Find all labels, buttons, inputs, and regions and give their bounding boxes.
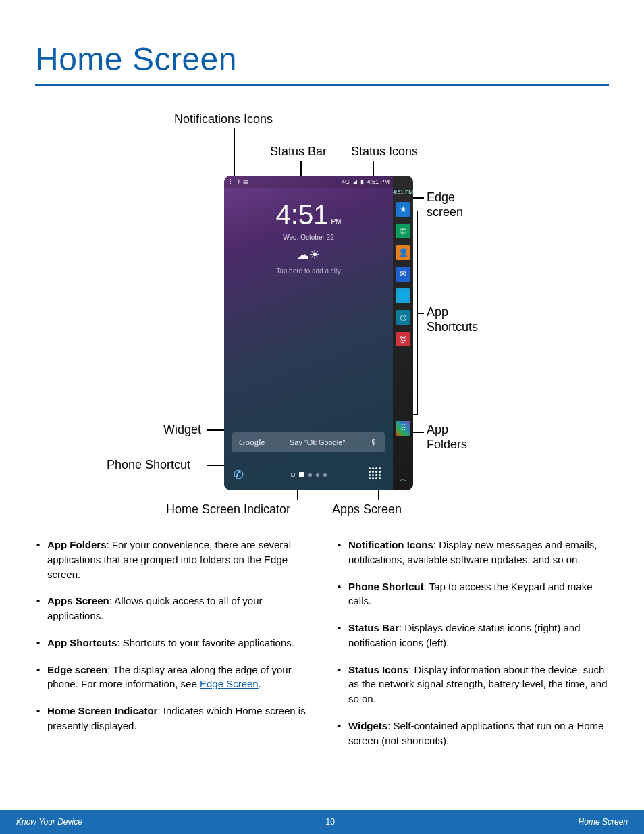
- description-item: Status Bar: Displays device status icons…: [336, 621, 610, 650]
- description-item: Widgets: Self-contained applications tha…: [336, 719, 610, 748]
- signal-icon: ◢: [352, 178, 357, 185]
- callout-apps-screen: Apps Screen: [332, 502, 402, 517]
- callout-status-icons: Status Icons: [351, 145, 418, 159]
- microphone-icon[interactable]: [370, 438, 378, 447]
- description-term: App Folders: [47, 539, 107, 550]
- right-column: Notification Icons: Display new messages…: [336, 538, 610, 760]
- description-term: Status Icons: [348, 664, 408, 675]
- description-term: Phone Shortcut: [348, 581, 424, 592]
- description-item: Status Icons: Display information about …: [336, 662, 610, 706]
- description-item: Apps Screen: Allows quick access to all …: [35, 594, 309, 623]
- wifi-icon: ⋮: [227, 178, 234, 185]
- left-column: App Folders: For your convenience, there…: [35, 538, 309, 760]
- edge-screen[interactable]: 4:51 PM ★✆👤✉🌐◎@ ⠿ ︿: [393, 176, 413, 490]
- home-screen-indicator: [291, 472, 327, 477]
- callout-home-screen-indicator: Home Screen Indicator: [166, 502, 290, 517]
- edge-app-shortcut[interactable]: ✆: [396, 224, 410, 238]
- weather-icon: ☁︎☀︎: [224, 247, 393, 262]
- apps-screen-icon[interactable]: [369, 467, 383, 482]
- indicator-dot: [291, 473, 295, 477]
- edge-app-shortcut[interactable]: ★: [396, 202, 410, 217]
- footer-left: Know Your Device: [16, 817, 82, 827]
- title-rule: [35, 84, 609, 86]
- clock-widget-time: 4:51PM: [224, 201, 393, 228]
- edge-app-folder[interactable]: ⠿: [396, 421, 410, 436]
- edge-app-shortcut[interactable]: ✉: [396, 267, 410, 282]
- indicator-dot: [323, 473, 327, 477]
- weather-hint[interactable]: Tap here to add a city: [224, 267, 393, 275]
- description-item: Edge screen: The display area along the …: [35, 662, 309, 692]
- page-title: Home Screen: [35, 41, 237, 78]
- google-hint: Say "Ok Google": [290, 438, 345, 446]
- description-item: App Shortcuts: Shortcuts to your favorit…: [35, 635, 309, 650]
- leader-app-shortcuts: [417, 313, 424, 314]
- phone-mockup: ⋮ ᚼ ▤ 4G ◢ ▮ 4:51 PM 4:51PM Wed, October…: [224, 176, 413, 490]
- edge-app-shortcut[interactable]: 👤: [396, 245, 410, 260]
- leader-status-icons: [373, 161, 374, 176]
- edge-app-shortcut[interactable]: @: [396, 332, 410, 346]
- edge-time: 4:51 PM: [393, 189, 413, 195]
- edge-screen-link[interactable]: Edge Screen: [200, 678, 259, 689]
- network-icon: 4G: [342, 178, 350, 185]
- page-footer: Know Your Device 10 Home Screen: [0, 810, 644, 834]
- footer-right: Home Screen: [579, 817, 628, 827]
- description-term: App Shortcuts: [47, 637, 117, 648]
- phone-main-screen: ⋮ ᚼ ▤ 4G ◢ ▮ 4:51 PM 4:51PM Wed, October…: [224, 176, 393, 490]
- callout-widget: Widget: [163, 423, 201, 437]
- callout-status-bar: Status Bar: [270, 145, 327, 159]
- battery-icon: ▮: [360, 178, 364, 185]
- vibrate-icon: ▤: [243, 178, 249, 185]
- description-item: Notification Icons: Display new messages…: [336, 538, 610, 567]
- callout-app-folders-line2: Folders: [427, 438, 467, 452]
- status-time: 4:51 PM: [367, 178, 390, 185]
- status-bar: ⋮ ᚼ ▤ 4G ◢ ▮ 4:51 PM: [224, 176, 393, 188]
- notification-icons-area: ⋮ ᚼ ▤: [227, 178, 250, 185]
- google-logo: Google: [239, 437, 265, 448]
- bluetooth-icon: ᚼ: [237, 178, 240, 185]
- description-term: Widgets: [348, 720, 387, 731]
- description-columns: App Folders: For your convenience, there…: [35, 538, 610, 760]
- description-item: Home Screen Indicator: Indicates which H…: [35, 704, 309, 733]
- clock-ampm: PM: [331, 218, 341, 226]
- description-item: Phone Shortcut: Tap to access the Keypad…: [336, 579, 610, 609]
- callout-app-folders-line1: App: [427, 423, 448, 437]
- google-search-widget[interactable]: Google Say "Ok Google": [232, 432, 385, 452]
- callout-edge-screen-line2: screen: [427, 205, 463, 219]
- clock-hours-min: 4:51: [276, 200, 329, 230]
- description-term: Edge screen: [47, 664, 107, 675]
- status-icons-area: 4G ◢ ▮ 4:51 PM: [341, 178, 390, 185]
- edge-chevron-icon[interactable]: ︿: [393, 473, 413, 485]
- phone-shortcut-icon[interactable]: ✆: [234, 467, 248, 482]
- indicator-dot: [308, 473, 312, 477]
- footer-page-number: 10: [326, 817, 335, 827]
- leader-notifications-icons: [234, 128, 235, 176]
- description-term: Notification Icons: [348, 539, 433, 550]
- edge-app-shortcut[interactable]: 🌐: [396, 288, 410, 303]
- callout-app-shortcuts-line2: Shortcuts: [427, 320, 478, 334]
- clock-widget-date: Wed, October 22: [224, 234, 393, 241]
- callout-app-shortcuts-line1: App: [427, 305, 448, 319]
- description-term: Apps Screen: [47, 595, 109, 606]
- edge-app-shortcut[interactable]: ◎: [396, 310, 410, 325]
- bracket-app-shortcuts: [412, 211, 418, 415]
- indicator-dot: [316, 473, 319, 477]
- indicator-home-icon: [299, 472, 304, 477]
- phone-bottom-bar: ✆: [224, 459, 393, 490]
- callout-notifications-icons: Notifications Icons: [174, 112, 273, 126]
- callout-edge-screen-line1: Edge: [427, 190, 455, 205]
- description-term: Status Bar: [348, 622, 399, 633]
- leader-status-bar: [300, 161, 302, 176]
- description-term: Home Screen Indicator: [47, 705, 157, 716]
- callout-phone-shortcut: Phone Shortcut: [107, 458, 190, 472]
- description-item: App Folders: For your convenience, there…: [35, 538, 309, 581]
